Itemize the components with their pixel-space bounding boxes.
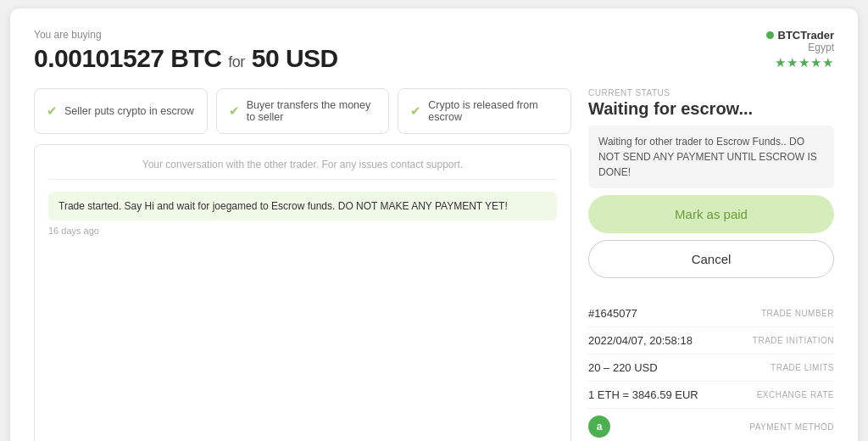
trade-limits-label: TRADE LIMITS: [771, 363, 834, 372]
main-content: ✔ Seller puts crypto in escrow ✔ Buyer t…: [34, 88, 834, 441]
fiat-amount: 50 USD: [252, 44, 338, 72]
status-section: CURRENT STATUS Waiting for escrow... Wai…: [588, 88, 834, 290]
trade-initiation-label: TRADE INITIATION: [753, 336, 834, 345]
step-2-check: ✔: [229, 103, 240, 119]
step-1-check: ✔: [47, 103, 58, 119]
mark-as-paid-button[interactable]: Mark as paid: [588, 195, 834, 233]
top-bar: You are buying 0.00101527 BTC for 50 USD…: [34, 29, 834, 73]
chat-area: Your conversation with the other trader.…: [34, 144, 571, 441]
trade-initiation-row: 2022/04/07, 20:58:18 TRADE INITIATION: [588, 327, 834, 354]
chat-placeholder: Your conversation with the other trader.…: [48, 159, 557, 170]
trade-payment-label: PAYMENT METHOD: [749, 422, 834, 432]
steps-row: ✔ Seller puts crypto in escrow ✔ Buyer t…: [34, 88, 571, 134]
trader-info: BTCTrader Egypt ★★★★★: [766, 29, 834, 70]
status-title: Waiting for escrow...: [588, 99, 834, 119]
trade-initiation-value: 2022/04/07, 20:58:18: [588, 334, 693, 347]
right-panel: CURRENT STATUS Waiting for escrow... Wai…: [588, 88, 834, 441]
trade-details: #1645077 TRADE NUMBER 2022/04/07, 20:58:…: [588, 300, 834, 441]
step-3-label: Crypto is released from escrow: [428, 99, 559, 123]
chat-timestamp: 16 days ago: [48, 226, 557, 236]
step-2-label: Buyer transfers the money to seller: [247, 99, 377, 123]
step-1: ✔ Seller puts crypto in escrow: [34, 88, 208, 134]
trade-rate-row: 1 ETH = 3846.59 EUR EXCHANGE RATE: [588, 382, 834, 409]
trade-number-row: #1645077 TRADE NUMBER: [588, 300, 834, 327]
step-2: ✔ Buyer transfers the money to seller: [216, 88, 390, 134]
for-label: for: [228, 53, 245, 70]
buying-amount: 0.00101527 BTC for 50 USD: [34, 44, 338, 73]
current-status-label: CURRENT STATUS: [588, 88, 834, 98]
trade-limits-value: 20 – 220 USD: [588, 361, 658, 374]
btc-amount: 0.00101527: [34, 44, 164, 72]
chat-messages: Your conversation with the other trader.…: [35, 145, 570, 441]
step-3-check: ✔: [410, 103, 421, 119]
trade-rate-value: 1 ETH = 3846.59 EUR: [588, 388, 698, 401]
status-warning: Waiting for other trader to Escrow Funds…: [588, 126, 834, 188]
main-container: You are buying 0.00101527 BTC for 50 USD…: [10, 8, 858, 441]
chat-divider: [48, 179, 557, 180]
trade-number-label: TRADE NUMBER: [761, 309, 834, 318]
step-3: ✔ Crypto is released from escrow: [398, 88, 571, 134]
trade-number-value: #1645077: [588, 307, 637, 320]
trade-rate-label: EXCHANGE RATE: [757, 390, 834, 399]
trader-name: BTCTrader: [766, 29, 834, 42]
buying-info: You are buying 0.00101527 BTC for 50 USD: [34, 29, 338, 73]
trader-country: Egypt: [808, 42, 834, 53]
payment-method-icon: a: [588, 416, 610, 438]
btc-currency: BTC: [170, 44, 221, 72]
trade-payment-row: a PAYMENT METHOD: [588, 409, 834, 441]
trader-stars: ★★★★★: [775, 55, 834, 70]
left-panel: ✔ Seller puts crypto in escrow ✔ Buyer t…: [34, 88, 571, 441]
cancel-button[interactable]: Cancel: [588, 240, 834, 278]
chat-system-message: Trade started. Say Hi and wait for joega…: [48, 192, 557, 220]
trade-limits-row: 20 – 220 USD TRADE LIMITS: [588, 354, 834, 382]
step-1-label: Seller puts crypto in escrow: [64, 105, 194, 117]
buying-label: You are buying: [34, 29, 338, 41]
online-dot: [766, 31, 774, 39]
